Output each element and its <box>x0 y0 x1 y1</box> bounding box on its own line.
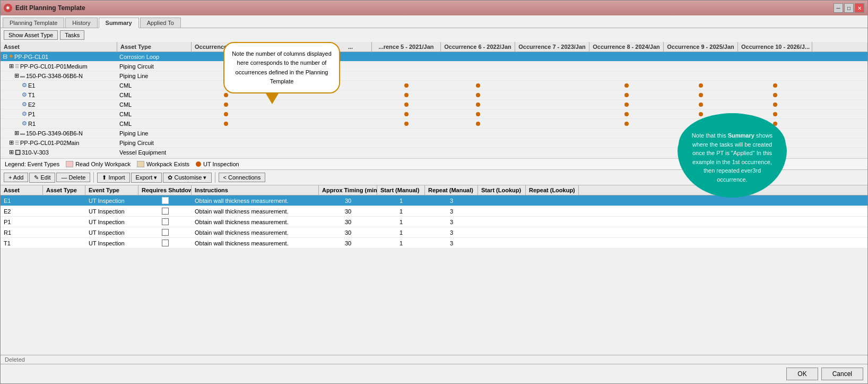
main-window: ✱ Edit Planning Template ─ □ ✕ Planning … <box>0 0 868 384</box>
readonly-icon <box>66 161 73 167</box>
b-start-header: Start (Manual) <box>377 185 425 195</box>
tree-row[interactable]: ⊞ ☰ PP-PG-CL01-P02Main Piping Circuit <box>1 138 867 148</box>
b-assettype-header: Asset Type <box>43 185 85 195</box>
bottom-row[interactable]: P1 UT Inspection Obtain wall thickness m… <box>1 217 867 227</box>
tree-row[interactable]: ⚙ E1 CML <box>1 81 867 90</box>
asset-col-header: Asset <box>1 42 117 52</box>
legend-workpack-label: Workpack Exists <box>146 161 189 167</box>
tab-summary[interactable]: Summary <box>99 18 139 28</box>
occ9-header: Occurrence 9 - 2025/Jan <box>664 42 738 52</box>
title-bar: ✱ Edit Planning Template ─ □ ✕ <box>1 1 867 15</box>
b-timing-header: Approx Timing (min) <box>319 185 377 195</box>
bottom-row[interactable]: R1 UT Inspection Obtain wall thickness m… <box>1 227 867 238</box>
tab-applied-to[interactable]: Applied To <box>140 18 181 28</box>
maximize-btn[interactable]: □ <box>844 3 854 13</box>
export-btn[interactable]: Export ▾ <box>131 173 162 183</box>
close-btn[interactable]: ✕ <box>855 3 864 13</box>
window-controls: ─ □ ✕ <box>834 3 864 13</box>
bottom-row[interactable]: E2 UT Inspection Obtain wall thickness m… <box>1 206 867 217</box>
occ6-header: Occurrence 6 - 2022/Jan <box>441 42 515 52</box>
legend-ut: UT Inspection <box>196 161 239 167</box>
top-toolbar: Show Asset Type Tasks <box>1 28 867 42</box>
bottom-grid-body: E1 UT Inspection Obtain wall thickness m… <box>1 195 867 355</box>
edit-btn[interactable]: ✎ Edit <box>29 173 55 183</box>
tree-row[interactable]: ⊞ ☰ PP-PG-CL01-P01Medium Piping Circuit <box>1 62 867 71</box>
tab-planning-template[interactable]: Planning Template <box>3 18 64 28</box>
bottom-toolbar: + Add ✎ Edit — Delete ⬆ Import Export ▾ … <box>1 169 867 185</box>
tree-row[interactable]: ⚙ T1 CML <box>1 90 867 100</box>
separator1 <box>93 172 94 183</box>
occ3-header: ... <box>329 42 372 52</box>
status-bar: Deleted <box>1 355 867 364</box>
legend-bar: Legend: Event Types Read Only Workpack W… <box>1 158 867 169</box>
b-asset-header: Asset <box>1 185 43 195</box>
tree-row[interactable]: ⊞ 🔲 310-V-303 Vessel Equipment <box>1 148 867 157</box>
connections-btn[interactable]: < Connections <box>219 173 266 182</box>
occ1-header: Occurrence 1 - 2017/Jan <box>192 42 261 52</box>
tab-bar: Planning Template History Summary Applie… <box>1 15 867 28</box>
tree-row[interactable]: ⚙ R1 CML <box>1 119 867 129</box>
app-icon: ✱ <box>4 4 12 12</box>
b-reqshut-header: Requires Shutdown <box>138 185 192 195</box>
bottom-row[interactable]: E1 UT Inspection Obtain wall thickness m… <box>1 195 867 206</box>
cancel-btn[interactable]: Cancel <box>821 368 863 380</box>
tree-row[interactable]: ⚙ P1 CML <box>1 109 867 119</box>
legend-ut-label: UT Inspection <box>203 161 239 167</box>
b-eventtype-header: Event Type <box>85 185 138 195</box>
add-btn[interactable]: + Add <box>4 173 28 182</box>
tree-row[interactable]: ⊞ ▬ 150-PG-3348-06B6-N Piping Line <box>1 71 867 81</box>
legend-workpack: Workpack Exists <box>137 161 189 167</box>
occ7-header: Occurrence 7 - 2023/Jan <box>515 42 589 52</box>
ut-dot-icon <box>196 161 201 167</box>
footer: OK Cancel <box>1 364 867 383</box>
tasks-btn[interactable]: Tasks <box>60 30 84 40</box>
status-text: Deleted <box>5 356 25 363</box>
b-repeat-header: Repeat (Manual) <box>425 185 478 195</box>
ok-btn[interactable]: OK <box>786 368 818 380</box>
tab-history[interactable]: History <box>65 18 97 28</box>
customise-btn[interactable]: ✿ Customise ▾ <box>163 173 211 183</box>
show-asset-type-btn[interactable]: Show Asset Type <box>4 30 58 40</box>
bottom-row[interactable]: T1 UT Inspection Obtain wall thickness m… <box>1 238 867 249</box>
tree-row[interactable]: ⊞ ▬ 150-PG-3349-06B6-N Piping Line <box>1 129 867 138</box>
tree-grid-header: Asset Asset Type Occurrence 1 - 2017/Jan… <box>1 42 867 52</box>
assettype-col-header: Asset Type <box>117 42 192 52</box>
occ5-header: ...rence 5 - 2021/Jan <box>372 42 441 52</box>
window-title: Edit Planning Template <box>15 4 85 12</box>
b-repeatlook-header: Repeat (Lookup) <box>526 185 579 195</box>
bottom-grid-header: Asset Asset Type Event Type Requires Shu… <box>1 185 867 195</box>
occ10-header: Occurrence 10 - 2026/J... <box>738 42 812 52</box>
delete-btn[interactable]: — Delete <box>56 173 90 182</box>
legend-readonly: Read Only Workpack <box>66 161 131 167</box>
occ2-header: Occurrence 2 - 20... <box>261 42 329 52</box>
main-content: Asset Asset Type Occurrence 1 - 2017/Jan… <box>1 42 867 355</box>
legend-title: Legend: Event Types <box>5 161 59 167</box>
workpack-icon <box>137 161 144 167</box>
occ8-header: Occurrence 8 - 2024/Jan <box>589 42 664 52</box>
b-startlook-header: Start (Lookup) <box>478 185 526 195</box>
import-btn[interactable]: ⬆ Import <box>97 173 129 183</box>
separator2 <box>215 172 215 183</box>
tree-row[interactable]: ⚙ E2 CML <box>1 100 867 109</box>
tree-row[interactable]: ⊟ ✦ PP-PG-CL01 Corrosion Loop <box>1 52 867 62</box>
legend-readonly-label: Read Only Workpack <box>75 161 131 167</box>
b-instructions-header: Instructions <box>192 185 319 195</box>
tree-grid-body: ⊟ ✦ PP-PG-CL01 Corrosion Loop ⊞ ☰ PP-PG-… <box>1 52 867 158</box>
minimize-btn[interactable]: ─ <box>834 3 843 13</box>
